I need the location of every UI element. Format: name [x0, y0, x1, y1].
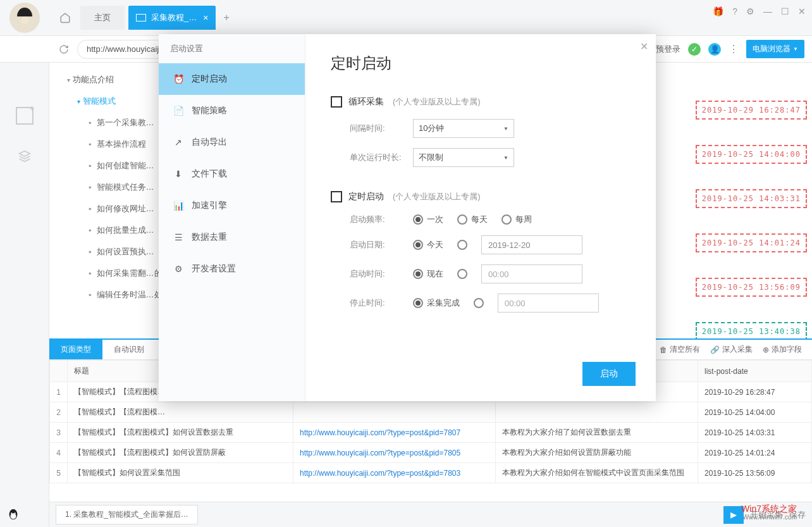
left-rail — [0, 63, 49, 527]
watermark: Win7系统之家 Www.Winwin7.com — [741, 504, 797, 521]
plan-note: (个人专业版及以上专属) — [393, 191, 481, 202]
qq-icon[interactable] — [6, 508, 20, 522]
tab-active[interactable]: 采集教程_… × — [128, 6, 216, 30]
export-icon: ↗ — [173, 137, 184, 148]
freq-daily-radio[interactable]: 每天 — [457, 214, 488, 225]
settings-dialog: ✕ 启动设置 ⏰定时启动 📄智能策略 ↗自动导出 ⬇文件下载 📊加速引擎 ☰数据… — [159, 34, 656, 401]
clock-icon: ⏰ — [173, 73, 184, 85]
gear-icon: ⚙ — [173, 263, 184, 275]
freq-once-radio[interactable]: 一次 — [413, 214, 443, 225]
interval-select[interactable]: 10分钟 — [413, 119, 514, 138]
close-window-icon[interactable]: ✕ — [798, 6, 806, 16]
launch-button[interactable]: 启动 — [582, 362, 636, 386]
col-num — [50, 361, 68, 382]
schedule-label: 定时启动 — [348, 191, 384, 202]
date-today-radio[interactable]: 今天 — [413, 239, 443, 251]
dialog-title: 定时启动 — [331, 53, 631, 73]
dlg-item-developer[interactable]: ⚙开发者设置 — [159, 253, 305, 285]
loop-collect-label: 循环采集 — [348, 96, 384, 108]
schedule-checkbox[interactable] — [331, 191, 342, 202]
maximize-icon[interactable]: ☐ — [781, 6, 789, 16]
download-icon: ⬇ — [173, 168, 184, 180]
close-icon[interactable]: × — [203, 13, 208, 23]
dlg-item-export[interactable]: ↗自动导出 — [159, 127, 305, 158]
home-icon[interactable] — [52, 5, 78, 30]
dlg-item-dedup[interactable]: ☰数据去重 — [159, 221, 305, 253]
ts-box: 2019-10-29 16:28:47 — [696, 101, 807, 120]
dlg-item-engine[interactable]: 📊加速引擎 — [159, 190, 305, 221]
dialog-section-title: 启动设置 — [159, 34, 305, 63]
table-row[interactable]: 3【智能模式】【流程图模式】如何设置数据去重http://www.houyica… — [50, 423, 812, 443]
table-row[interactable]: 5【智能模式】如何设置采集范围http://www.houyicaiji.com… — [50, 463, 812, 483]
ts-box: 2019-10-25 14:04:00 — [696, 145, 807, 164]
list-icon: ☰ — [173, 232, 184, 243]
reload-icon[interactable] — [57, 42, 71, 56]
table-row[interactable]: 2【智能模式】【流程图模…2019-10-25 14:04:00 — [50, 402, 812, 423]
dlg-item-download[interactable]: ⬇文件下载 — [159, 158, 305, 190]
time-custom-radio[interactable] — [457, 269, 467, 279]
status-blue-icon[interactable]: 👤 — [708, 43, 721, 56]
layers-icon[interactable] — [16, 150, 33, 163]
tab-home[interactable]: 主页 — [80, 6, 125, 30]
new-task-icon[interactable] — [16, 107, 34, 125]
tab-page-type[interactable]: 页面类型 — [49, 340, 102, 359]
window-icon — [136, 14, 146, 22]
stop-label: 停止时间: — [350, 297, 413, 309]
avatar[interactable] — [9, 3, 40, 33]
stop-custom-radio[interactable] — [474, 298, 484, 308]
gift-icon[interactable]: 🎁 — [713, 6, 723, 16]
prelogin-link[interactable]: 预登录 — [656, 44, 680, 55]
dlg-item-strategy[interactable]: 📄智能策略 — [159, 95, 305, 127]
stop-input[interactable]: 00:00 — [498, 294, 599, 313]
add-tab-icon[interactable]: + — [223, 12, 229, 23]
status-bar: 1. 采集教程_智能模式_全面掌握后… ▶ 开始采集 保存 — [49, 502, 812, 527]
more-icon[interactable]: ⋮ — [729, 43, 739, 55]
status-green-icon[interactable]: ✓ — [688, 43, 701, 56]
tab-active-label: 采集教程_… — [151, 12, 197, 23]
col-date[interactable]: list-post-date — [698, 361, 812, 382]
time-now-radio[interactable]: 现在 — [413, 268, 443, 280]
time-input[interactable]: 00:00 — [481, 264, 582, 283]
tab-auto-detect[interactable]: 自动识别 — [102, 340, 156, 359]
dlg-item-schedule[interactable]: ⏰定时启动 — [159, 63, 305, 95]
ts-box: 2019-10-25 14:03:31 — [696, 189, 807, 208]
speed-icon: 📊 — [173, 200, 184, 211]
interval-label: 间隔时间: — [350, 123, 413, 134]
help-icon[interactable]: ? — [732, 6, 737, 16]
date-input[interactable]: 2019-12-20 — [481, 235, 582, 254]
plan-note: (个人专业版及以上专属) — [393, 96, 481, 108]
svg-point-3 — [15, 512, 16, 514]
note-icon: 📄 — [173, 105, 184, 116]
svg-point-1 — [10, 513, 16, 519]
date-label: 启动日期: — [350, 239, 413, 251]
status-tab[interactable]: 1. 采集教程_智能模式_全面掌握后… — [56, 505, 198, 524]
add-field-button[interactable]: ⊕ 添加字段 — [763, 344, 802, 355]
single-run-select[interactable]: 不限制 — [413, 148, 514, 167]
svg-point-2 — [11, 512, 12, 514]
clear-all-button[interactable]: 🗑 清空所有 — [660, 344, 700, 355]
deep-collect-button[interactable]: 🔗 深入采集 — [710, 344, 753, 355]
ts-box: 2019-10-25 14:01:24 — [696, 233, 807, 252]
freq-weekly-radio[interactable]: 每周 — [501, 214, 532, 225]
date-custom-radio[interactable] — [457, 240, 467, 250]
minimize-icon[interactable]: — — [763, 6, 772, 16]
freq-label: 启动频率: — [350, 214, 413, 225]
gear-icon[interactable]: ⚙ — [746, 6, 754, 16]
table-row[interactable]: 4【智能模式】【流程图模式】如何设置防屏蔽http://www.houyicai… — [50, 443, 812, 463]
ts-box: 2019-10-25 13:56:09 — [696, 278, 807, 297]
loop-collect-checkbox[interactable] — [331, 96, 342, 108]
titlebar: 主页 采集教程_… × + 🎁 ? ⚙ — ☐ ✕ — [0, 0, 812, 36]
time-label: 启动时间: — [350, 268, 413, 280]
browser-mode-button[interactable]: 电脑浏览器 — [746, 40, 804, 58]
stop-done-radio[interactable]: 采集完成 — [413, 297, 460, 309]
single-run-label: 单次运行时长: — [350, 152, 413, 163]
ts-box: 2019-10-25 13:40:38 — [696, 322, 807, 338]
